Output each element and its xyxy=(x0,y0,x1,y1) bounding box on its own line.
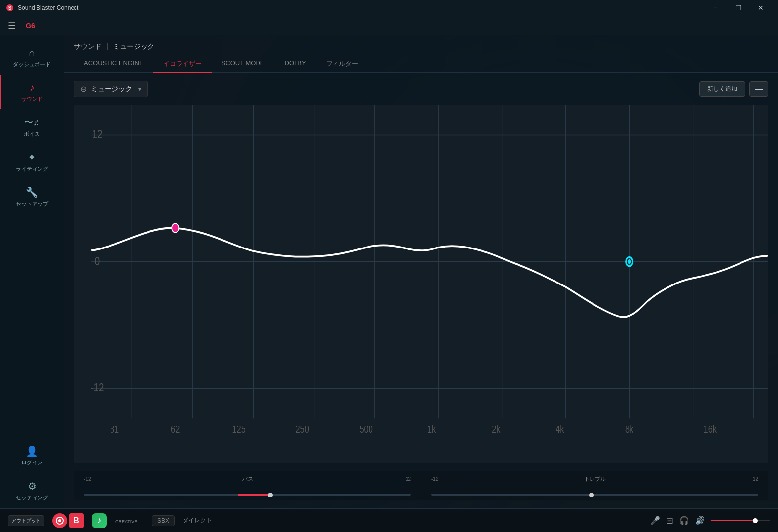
bass-slider-track[interactable] xyxy=(84,494,411,496)
svg-text:1k: 1k xyxy=(427,424,436,435)
logo-circle-red xyxy=(52,513,67,528)
bass-slider-fill xyxy=(238,494,270,496)
remove-preset-button[interactable]: — xyxy=(749,81,768,97)
voice-icon: 〜♬ xyxy=(24,116,40,128)
lighting-icon: ✦ xyxy=(28,151,36,163)
minimize-button[interactable]: − xyxy=(704,0,727,16)
gear-icon: ⚙ xyxy=(28,480,37,492)
eq-point-8k-fill xyxy=(628,259,631,264)
logo-music-app: ♪ xyxy=(92,513,107,528)
sidebar-label-sound: サウンド xyxy=(21,95,43,103)
mic-icon[interactable]: 🎤 xyxy=(650,516,660,525)
svg-text:CREATIVE: CREATIVE xyxy=(115,519,137,524)
tab-bar: ACOUSTIC ENGINE イコライザー SCOUT MODE DOLBY … xyxy=(64,55,778,73)
preset-row: ⊖ ミュージック ▾ 新しく追加 — xyxy=(74,81,768,97)
svg-text:4k: 4k xyxy=(556,424,564,435)
bottom-controls: 🎤 ⊟ 🎧 🔊 xyxy=(650,515,770,526)
svg-text:S: S xyxy=(8,5,12,11)
creative-logo: CREATIVE xyxy=(114,516,144,526)
sidebar-label-voice: ボイス xyxy=(24,130,40,138)
sidebar-item-sound[interactable]: ♪ サウンド xyxy=(0,75,64,109)
sidebar-item-dashboard[interactable]: ⌂ ダッシュボード xyxy=(0,40,64,75)
preset-name: ミュージック xyxy=(91,85,132,94)
sliders-area: バス -12 12 トレブル -12 xyxy=(74,471,768,500)
svg-point-30 xyxy=(58,519,61,522)
titlebar-left: S Sound Blaster Connect xyxy=(6,4,78,12)
titlebar: S Sound Blaster Connect − ☐ ✕ xyxy=(0,0,778,16)
bass-max-label: 12 xyxy=(406,476,411,482)
treble-slider-thumb[interactable] xyxy=(589,493,594,497)
sound-icon: ♪ xyxy=(30,82,35,93)
sidebar: ⌂ ダッシュボード ♪ サウンド 〜♬ ボイス ✦ ライティング 🔧 セットアッ… xyxy=(0,35,64,508)
sidebar-bottom: 👤 ログイン ⚙ セッティング xyxy=(0,438,64,508)
direct-label: ダイレクト xyxy=(183,516,212,525)
bass-slider-group: バス -12 12 xyxy=(74,471,421,500)
sidebar-label-dashboard: ダッシュボード xyxy=(13,61,51,68)
sidebar-label-login: ログイン xyxy=(21,459,43,466)
tab-scout[interactable]: SCOUT MODE xyxy=(212,55,275,73)
sidebar-item-setup[interactable]: 🔧 セットアップ xyxy=(0,179,64,214)
close-button[interactable]: ✕ xyxy=(749,0,772,16)
bass-slider-thumb[interactable] xyxy=(268,493,273,497)
logo-brand-b: B xyxy=(69,513,84,528)
svg-text:12: 12 xyxy=(92,127,102,141)
eq-chart-svg: 12 0 -12 31 62 125 250 500 1k 2k 4k 8k 1… xyxy=(74,105,768,463)
volume-fill xyxy=(711,520,755,521)
svg-text:16k: 16k xyxy=(704,424,717,435)
maximize-button[interactable]: ☐ xyxy=(727,0,749,16)
svg-text:2k: 2k xyxy=(492,424,501,435)
login-icon: 👤 xyxy=(26,445,38,457)
svg-text:500: 500 xyxy=(359,424,372,435)
sidebar-item-lighting[interactable]: ✦ ライティング xyxy=(0,144,64,179)
sidebar-label-settings: セッティング xyxy=(16,494,48,501)
breadcrumb-separator: | xyxy=(107,42,109,50)
bass-min-label: -12 xyxy=(84,476,91,482)
treble-min-label: -12 xyxy=(431,476,438,482)
treble-max-label: 12 xyxy=(753,476,758,482)
content-area: サウンド | ミュージック ACOUSTIC ENGINE イコライザー SCO… xyxy=(64,35,778,508)
svg-text:125: 125 xyxy=(232,424,245,435)
sidebar-item-settings[interactable]: ⚙ セッティング xyxy=(0,473,64,508)
svg-text:-12: -12 xyxy=(90,380,104,394)
preset-actions: 新しく追加 — xyxy=(699,81,768,97)
headset-icon[interactable]: 🎧 xyxy=(679,516,689,525)
tab-filter[interactable]: フィルター xyxy=(316,55,368,73)
preset-selector[interactable]: ⊖ ミュージック ▾ xyxy=(74,81,148,97)
preset-icon: ⊖ xyxy=(80,84,87,94)
add-preset-button[interactable]: 新しく追加 xyxy=(699,81,745,97)
device-name: G6 xyxy=(26,22,35,30)
sbx-badge[interactable]: SBX xyxy=(152,515,175,526)
headphones-icon[interactable]: ⊟ xyxy=(666,515,673,526)
breadcrumb-current: ミュージック xyxy=(113,42,154,50)
treble-slider-track[interactable] xyxy=(431,494,758,496)
breadcrumb: サウンド | ミュージック xyxy=(64,35,778,55)
sidebar-label-lighting: ライティング xyxy=(16,165,48,173)
sidebar-item-login[interactable]: 👤 ログイン xyxy=(0,438,64,473)
app-icon: S xyxy=(6,4,14,12)
bass-label: バス xyxy=(242,475,253,483)
svg-text:62: 62 xyxy=(171,424,180,435)
hamburger-icon[interactable]: ☰ xyxy=(8,20,16,31)
home-icon: ⌂ xyxy=(29,47,35,59)
menubar: ☰ G6 xyxy=(0,16,778,35)
treble-label: トレブル xyxy=(584,475,606,483)
eq-area: ⊖ ミュージック ▾ 新しく追加 — xyxy=(64,73,778,508)
setup-icon: 🔧 xyxy=(26,186,38,198)
volume-slider[interactable] xyxy=(711,520,770,521)
volume-thumb[interactable] xyxy=(753,518,758,523)
bottom-logos: B xyxy=(52,513,84,528)
bottom-bar: アウトプット B ♪ CREATIVE SBX ダイレクト 🎤 ⊟ 🎧 🔊 xyxy=(0,508,778,532)
tab-dolby[interactable]: DOLBY xyxy=(275,55,316,73)
svg-text:250: 250 xyxy=(296,424,309,435)
svg-text:31: 31 xyxy=(110,424,119,435)
tab-equalizer[interactable]: イコライザー xyxy=(153,55,212,73)
tab-acoustic[interactable]: ACOUSTIC ENGINE xyxy=(74,55,153,73)
titlebar-title: Sound Blaster Connect xyxy=(18,4,78,11)
speaker-icon[interactable]: 🔊 xyxy=(695,516,705,525)
titlebar-controls: − ☐ ✕ xyxy=(704,0,772,16)
sidebar-label-setup: セットアップ xyxy=(16,200,48,208)
brand-logo-area: CREATIVE xyxy=(114,516,144,526)
sidebar-item-voice[interactable]: 〜♬ ボイス xyxy=(0,109,64,144)
volume-track[interactable] xyxy=(711,520,770,521)
output-app-button[interactable]: アウトプット xyxy=(8,515,44,526)
